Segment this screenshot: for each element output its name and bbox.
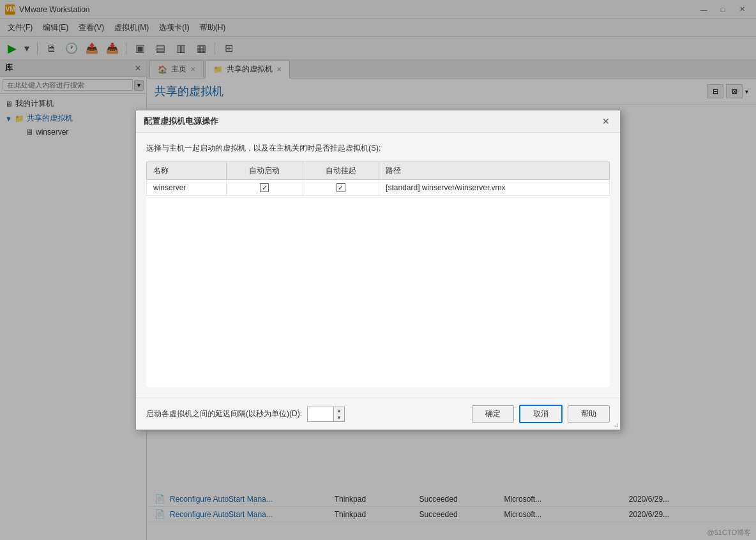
dialog-description: 选择与主机一起启动的虚拟机，以及在主机关闭时是否挂起虚拟机(S): (146, 143, 610, 154)
spinner-up-button[interactable]: ▲ (334, 407, 344, 414)
dialog: 配置虚拟机电源操作 ✕ 选择与主机一起启动的虚拟机，以及在主机关闭时是否挂起虚拟… (135, 110, 621, 431)
dialog-title: 配置虚拟机电源操作 (144, 116, 218, 127)
empty-table-area (146, 196, 610, 387)
col-header-path: 路径 (379, 161, 610, 179)
vm-name-cell: winserver (147, 179, 227, 196)
resize-handle[interactable]: ⊿ (614, 421, 619, 428)
dialog-body: 选择与主机一起启动的虚拟机，以及在主机关闭时是否挂起虚拟机(S): 名称 自动启… (136, 133, 620, 398)
vm-autostart-cell[interactable]: ✓ (227, 179, 303, 196)
vm-table: 名称 自动启动 自动挂起 路径 winserver ✓ ✓ (146, 161, 610, 197)
modal-overlay: 配置虚拟机电源操作 ✕ 选择与主机一起启动的虚拟机，以及在主机关闭时是否挂起虚拟… (0, 0, 756, 540)
dialog-titlebar: 配置虚拟机电源操作 ✕ (136, 110, 620, 133)
cancel-button[interactable]: 取消 (519, 405, 563, 423)
dialog-bottom: 启动各虚拟机之间的延迟间隔(以秒为单位)(D): 120 ▲ ▼ 确定 取消 帮… (136, 398, 620, 430)
spinner-down-button[interactable]: ▼ (334, 414, 344, 421)
delay-label: 启动各虚拟机之间的延迟间隔(以秒为单位)(D): (146, 409, 302, 419)
col-header-name: 名称 (147, 161, 227, 179)
delay-spinner[interactable]: 120 ▲ ▼ (307, 407, 345, 422)
spinner-arrows: ▲ ▼ (333, 407, 344, 421)
dialog-close-button[interactable]: ✕ (600, 116, 612, 127)
help-button[interactable]: 帮助 (568, 405, 610, 423)
vm-autosuspend-cell[interactable]: ✓ (303, 179, 379, 196)
ok-button[interactable]: 确定 (472, 405, 514, 423)
autosuspend-checkbox[interactable]: ✓ (336, 183, 345, 192)
vm-path-cell: [standard] winserver/winserver.vmx (379, 179, 610, 196)
autostart-checkbox[interactable]: ✓ (260, 183, 269, 192)
col-header-autostart: 自动启动 (227, 161, 303, 179)
vm-table-row: winserver ✓ ✓ [standard] winserver/winse… (147, 179, 610, 196)
col-header-autosuspend: 自动挂起 (303, 161, 379, 179)
delay-input[interactable]: 120 (308, 407, 333, 421)
